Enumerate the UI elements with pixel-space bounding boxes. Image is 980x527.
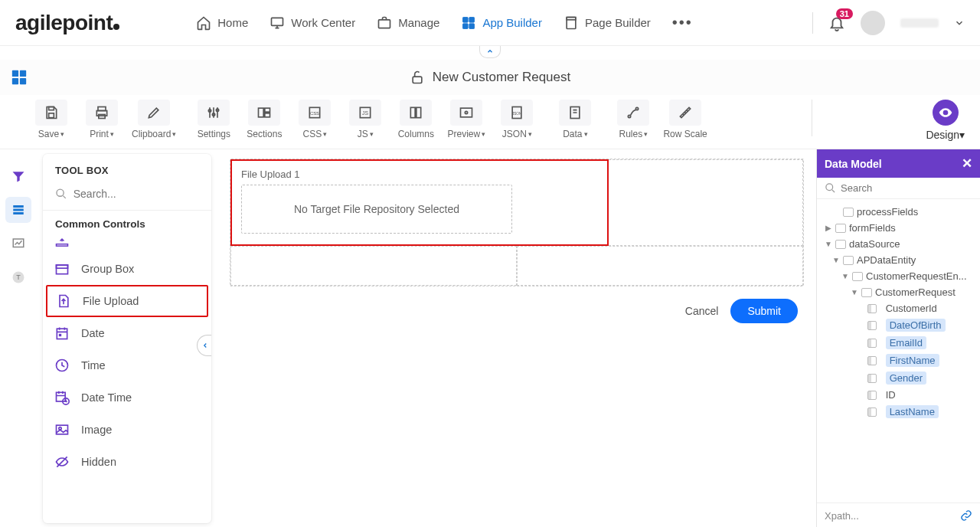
link-button[interactable] (960, 509, 972, 522)
image-icon (54, 422, 70, 437)
apps-menu-button[interactable] (11, 69, 28, 86)
tool-save[interactable]: Save▾ (31, 100, 72, 139)
nav-more[interactable]: ••• (672, 14, 693, 31)
tool-print[interactable]: Print▾ (81, 100, 122, 139)
svg-point-36 (636, 107, 639, 110)
svg-rect-49 (59, 334, 61, 336)
svg-rect-2 (463, 17, 469, 22)
tool-columns[interactable]: Columns (395, 100, 436, 139)
tool-rules[interactable]: Rules▾ (612, 100, 654, 139)
rules-icon (626, 105, 641, 120)
separator (812, 12, 813, 34)
rail-form[interactable] (5, 197, 31, 223)
nav-home[interactable]: Home (196, 15, 248, 31)
toolbox-item-spacer-cut[interactable] (43, 233, 211, 253)
canvas-cell-empty[interactable] (517, 246, 803, 286)
tree-field-id[interactable]: ID (820, 387, 980, 403)
nav-manage[interactable]: Manage (377, 15, 439, 31)
nav-app-builder[interactable]: App Builder (461, 15, 542, 31)
file-upload-control[interactable]: File Upload 1 No Target File Repository … (230, 159, 609, 246)
svg-point-31 (466, 111, 468, 113)
svg-rect-14 (49, 113, 54, 118)
data-model-close[interactable]: ✕ (962, 155, 972, 172)
data-model-title: Data Model (825, 158, 882, 170)
collapse-toggle[interactable] (479, 46, 501, 58)
tree-node-datasource[interactable]: ▼dataSource (820, 236, 980, 252)
toolbox-item-image[interactable]: Image (43, 414, 211, 446)
tool-css[interactable]: CSSCSS▾ (294, 100, 335, 139)
hidden-icon (54, 454, 70, 470)
tree-node-customerrequest[interactable]: ▼CustomerRequest (820, 284, 980, 300)
nav-page-builder[interactable]: Page Builder (564, 15, 651, 31)
tool-sections[interactable]: Sections (243, 100, 285, 139)
form-canvas[interactable]: File Upload 1 No Target File Repository … (230, 159, 804, 286)
notifications-button[interactable]: 31 (828, 15, 845, 31)
data-model-search-input[interactable] (841, 182, 972, 194)
rail-filter[interactable] (5, 163, 31, 189)
svg-point-55 (826, 184, 833, 191)
tree-field-gender[interactable]: Gender (820, 369, 980, 387)
submit-button[interactable]: Submit (730, 299, 798, 323)
logo-dot (113, 24, 119, 30)
tool-json[interactable]: JSONJSON▾ (496, 100, 537, 139)
folder-icon (843, 256, 854, 265)
tool-design[interactable]: Design▾ (926, 100, 965, 141)
tree-field-emailid[interactable]: EmailId (820, 334, 980, 352)
file-upload-dropzone[interactable]: No Target File Repository Selected (241, 185, 512, 234)
tree-field-firstname[interactable]: FirstName (820, 352, 980, 369)
tool-settings[interactable]: Settings (193, 100, 234, 139)
toolbox-item-datetime[interactable]: Date Time (43, 381, 211, 414)
avatar[interactable] (861, 11, 885, 35)
svg-point-37 (944, 111, 946, 113)
canvas-area: File Upload 1 No Target File Repository … (217, 149, 816, 527)
svg-rect-21 (259, 108, 264, 117)
toolbox-item-hidden[interactable]: Hidden (43, 446, 211, 478)
toolbox-item-label: Image (81, 424, 112, 436)
eye-icon (938, 105, 953, 120)
canvas-cell-empty[interactable] (609, 159, 803, 246)
data-model-search[interactable] (817, 178, 980, 199)
toolbox-item-date[interactable]: Date (43, 317, 211, 349)
preview-icon (459, 105, 474, 120)
toolbox-title: TOOL BOX (43, 154, 211, 182)
toolbar-separator (812, 100, 812, 136)
svg-rect-7 (567, 17, 576, 19)
canvas-cell-empty[interactable] (230, 246, 517, 286)
user-menu-caret[interactable] (954, 18, 965, 28)
tree-field-dateofbirth[interactable]: DateOfBirth (820, 316, 980, 334)
toolbox-item-label: File Upload (83, 295, 139, 307)
toolbox-search[interactable] (43, 182, 211, 211)
tree-node-processfields[interactable]: processFields (820, 204, 980, 220)
tool-row-scale[interactable]: Row Scale (663, 100, 707, 139)
rail-chart[interactable] (5, 231, 31, 257)
folder-icon (835, 224, 846, 233)
toolbox-item-groupbox[interactable]: Group Box (43, 253, 211, 285)
nav-work-center[interactable]: Work Center (270, 15, 355, 31)
chart-icon (11, 237, 25, 250)
tool-clipboard[interactable]: Clipboard▾ (132, 100, 176, 139)
svg-rect-3 (469, 17, 475, 22)
field-icon (867, 356, 877, 365)
tree-field-customerid[interactable]: CustomerId (820, 300, 980, 316)
unlock-icon (410, 70, 425, 85)
data-model-header: Data Model ✕ (817, 149, 980, 178)
svg-rect-12 (413, 77, 422, 83)
monitor-icon (270, 15, 285, 31)
tree-node-customerrequestent[interactable]: ▼CustomerRequestEn... (820, 268, 980, 284)
tool-js[interactable]: JSJS▾ (345, 100, 386, 139)
toolbox-item-fileupload[interactable]: File Upload (46, 285, 208, 317)
svg-rect-29 (416, 107, 421, 117)
tree-node-apdataentity[interactable]: ▼APDataEntity (820, 252, 980, 268)
svg-rect-9 (20, 70, 26, 77)
toolbox-search-input[interactable] (74, 188, 199, 200)
cancel-button[interactable]: Cancel (685, 305, 719, 317)
tool-preview[interactable]: Preview▾ (446, 100, 487, 139)
chevron-left-icon (201, 341, 209, 350)
date-icon (54, 326, 70, 341)
svg-rect-22 (265, 108, 270, 112)
rail-text[interactable]: T (5, 264, 31, 290)
tool-data[interactable]: Data▾ (554, 100, 596, 139)
tree-field-lastname[interactable]: LastName (820, 403, 980, 421)
toolbox-item-time[interactable]: Time (43, 349, 211, 381)
tree-node-formfields[interactable]: ▶formFields (820, 220, 980, 236)
